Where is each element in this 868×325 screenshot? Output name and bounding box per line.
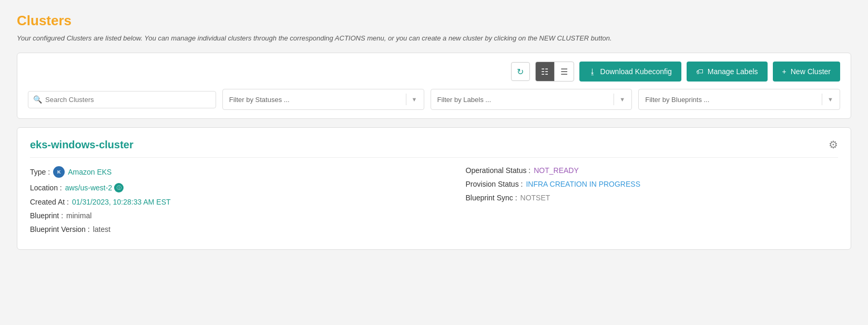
blueprint-sync-label: Blueprint Sync : — [466, 194, 517, 202]
operational-status-value: NOT_READY — [534, 166, 579, 175]
cluster-blueprint-version-row: Blueprint Version : latest — [30, 225, 403, 233]
refresh-button[interactable]: ↻ — [511, 62, 530, 81]
filter-statuses-dropdown[interactable]: Filter by Statuses ... ▼ — [222, 89, 424, 110]
eks-icon: K — [53, 166, 65, 178]
download-kubeconfig-button[interactable]: ⭳ Download Kubeconfig — [579, 62, 681, 82]
cluster-details: Type : K Amazon EKS Location : aws/us-we… — [30, 166, 838, 239]
location-label: Location : — [30, 184, 62, 192]
gear-icon: ⚙ — [829, 139, 838, 150]
created-at-value: 01/31/2023, 10:28:33 AM EST — [72, 198, 171, 206]
created-at-label: Created At : — [30, 198, 69, 206]
operational-status-label: Operational Status : — [466, 166, 531, 175]
page-title: Clusters — [17, 13, 851, 29]
cluster-detail-right: Operational Status : NOT_READY Provision… — [434, 166, 839, 239]
search-wrapper: 🔍 — [28, 91, 216, 108]
blueprint-sync-value: NOTSET — [520, 194, 550, 202]
provision-status-label: Provision Status : — [466, 180, 523, 188]
filter-blueprints-dropdown[interactable]: Filter by Blueprints ... ▼ — [638, 89, 840, 110]
filter-labels-label: Filter by Labels ... — [437, 96, 609, 104]
divider — [406, 94, 406, 105]
provision-status-row: Provision Status : INFRA CREATION IN PRO… — [466, 180, 839, 188]
provision-status-value: INFRA CREATION IN PROGRESS — [526, 180, 640, 188]
type-value: Amazon EKS — [68, 168, 111, 176]
divider — [822, 94, 822, 105]
cluster-name: eks-windows-cluster — [30, 139, 134, 151]
cluster-header: eks-windows-cluster ⚙ — [30, 138, 838, 158]
cluster-detail-left: Type : K Amazon EKS Location : aws/us-we… — [30, 166, 403, 239]
plus-icon: + — [782, 67, 787, 76]
list-icon: ☰ — [560, 67, 568, 77]
toolbar-filters: 🔍 Filter by Statuses ... ▼ Filter by Lab… — [28, 89, 840, 110]
toolbar-top: ↻ ☷ ☰ ⭳ Download Kubeconfig 🏷 Manage Lab… — [28, 62, 840, 82]
list-view-button[interactable]: ☰ — [555, 62, 574, 81]
grid-icon: ☷ — [541, 67, 548, 77]
cluster-type-row: Type : K Amazon EKS — [30, 166, 403, 178]
blueprint-sync-row: Blueprint Sync : NOTSET — [466, 194, 839, 202]
cluster-card: eks-windows-cluster ⚙ Type : K Amazon EK… — [17, 127, 851, 250]
operational-status-row: Operational Status : NOT_READY — [466, 166, 839, 175]
cluster-settings-button[interactable]: ⚙ — [829, 138, 838, 151]
cluster-blueprint-row: Blueprint : minimal — [30, 211, 403, 220]
manage-labels-button[interactable]: 🏷 Manage Labels — [687, 62, 768, 82]
filter-labels-dropdown[interactable]: Filter by Labels ... ▼ — [431, 89, 632, 110]
blueprint-value: minimal — [66, 211, 91, 220]
location-info-icon[interactable]: ⓘ — [114, 183, 124, 192]
download-icon: ⭳ — [589, 67, 596, 76]
cluster-created-row: Created At : 01/31/2023, 10:28:33 AM EST — [30, 198, 403, 206]
blueprint-label: Blueprint : — [30, 211, 63, 220]
chevron-down-icon: ▼ — [412, 96, 417, 103]
search-input[interactable] — [28, 91, 216, 108]
page-description: Your configured Clusters are listed belo… — [17, 34, 851, 42]
new-cluster-button[interactable]: + New Cluster — [773, 62, 840, 82]
chevron-down-icon: ▼ — [828, 96, 833, 103]
label-icon: 🏷 — [696, 67, 703, 76]
type-label: Type : — [30, 168, 50, 176]
chevron-down-icon: ▼ — [619, 96, 625, 103]
grid-view-button[interactable]: ☷ — [536, 62, 555, 81]
refresh-icon: ↻ — [517, 67, 524, 77]
cluster-location-row: Location : aws/us-west-2 ⓘ — [30, 183, 403, 192]
view-toggle: ☷ ☰ — [535, 62, 574, 82]
divider — [614, 94, 614, 105]
blueprint-version-value: latest — [93, 225, 110, 233]
filter-statuses-label: Filter by Statuses ... — [229, 96, 401, 104]
toolbar-card: ↻ ☷ ☰ ⭳ Download Kubeconfig 🏷 Manage Lab… — [17, 53, 851, 119]
filter-blueprints-label: Filter by Blueprints ... — [645, 96, 816, 104]
location-value: aws/us-west-2 — [65, 184, 112, 192]
blueprint-version-label: Blueprint Version : — [30, 225, 90, 233]
search-icon: 🔍 — [33, 95, 42, 104]
